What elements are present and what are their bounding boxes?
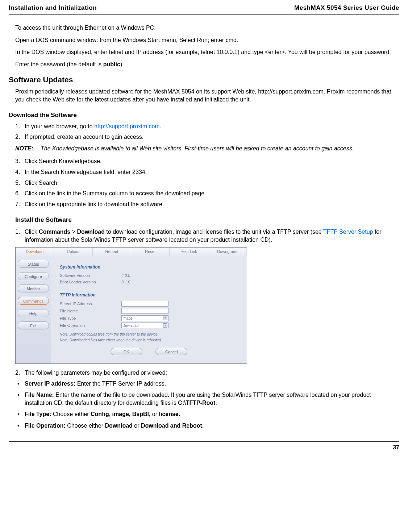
bullet-file-name-post: .	[215, 400, 217, 406]
value-boot-loader-version: 3.1.0	[121, 279, 130, 285]
bullet-file-op-download: Download	[105, 423, 132, 429]
bullet-file-type-license: license.	[159, 411, 180, 417]
bullet-file-type-mid: or	[150, 411, 159, 417]
install-s1-mid1: >	[70, 229, 77, 235]
sidebar-status[interactable]: Status	[18, 260, 49, 268]
heading-install-software: Install the Software	[15, 216, 393, 224]
install-s1-mid2: to download configuration, image and lic…	[105, 229, 323, 235]
bullet-server-ip-text: Enter the TFTP Server IP address.	[75, 381, 166, 387]
software-updates-para: Proxim periodically releases updated sof…	[15, 88, 393, 103]
download-step1-link[interactable]: http://support.proxim.com	[94, 123, 160, 129]
tab-reset[interactable]: Reset	[131, 248, 170, 256]
tab-upload[interactable]: Upload	[54, 248, 92, 256]
sidebar-monitor[interactable]: Monitor	[18, 284, 49, 292]
input-file-name[interactable]	[121, 308, 168, 314]
bullet-file-type-opts: Config, image, BspBl,	[91, 411, 150, 417]
heading-software-updates: Software Updates	[9, 75, 399, 84]
note-label: NOTE:	[15, 145, 41, 153]
tftp-download-screenshot: Download Upload Reboot Reset Help Link D…	[15, 247, 247, 364]
bullet-file-op-label: File Operation:	[25, 423, 66, 429]
cancel-button[interactable]: Cancel	[155, 348, 187, 355]
note-downloaded-reboot: Note: Downloaded files take effect when …	[60, 338, 238, 343]
page-number: 37	[9, 442, 399, 458]
download-step-3: Click Search Knowledgebase.	[15, 157, 393, 165]
intro-p4-pre: Enter the password (the default is	[15, 61, 103, 67]
select-file-operation[interactable]: Download ▾	[121, 323, 168, 328]
bullet-file-op-download-reboot: Download and Reboot.	[141, 423, 204, 429]
ok-button[interactable]: OK	[111, 348, 142, 355]
install-s1-b2: Download	[77, 229, 104, 235]
install-step-2: The following parameters may be configur…	[15, 369, 393, 377]
note-text: The Knowledgebase is available to all We…	[41, 145, 354, 153]
bullet-file-name: File Name: Enter the name of the file to…	[15, 391, 393, 407]
intro-p4: Enter the password (the default is publi…	[15, 61, 393, 68]
label-file-operation: File Operation	[60, 323, 121, 328]
bullet-server-ip: Server IP address: Enter the TFTP Server…	[15, 380, 393, 388]
sidebar-configure[interactable]: Configure	[18, 272, 49, 280]
download-step1-pre: In your web browser, go to	[25, 123, 94, 129]
bullet-file-name-path: C:\TFTP-Root	[178, 400, 215, 406]
intro-p1: To access the unit through Ethernet on a…	[15, 24, 393, 32]
intro-p2: Open a DOS command window: from the Wind…	[15, 36, 393, 44]
download-step-4: In the Search Knowledgebase field, enter…	[15, 168, 393, 176]
tab-help-link[interactable]: Help Link	[170, 248, 208, 256]
download-step-1: In your web browser, go to http://suppor…	[15, 122, 393, 130]
bullet-file-operation: File Operation: Choose either Download o…	[15, 422, 393, 430]
chevron-down-icon: ▾	[163, 323, 167, 328]
bullet-server-ip-label: Server IP address:	[25, 381, 75, 387]
label-boot-loader-version: Boot Loader Version	[60, 279, 121, 285]
tab-download[interactable]: Download	[16, 248, 54, 256]
select-file-type[interactable]: Image ▾	[121, 315, 168, 321]
install-s1-b1: Commands	[39, 229, 70, 235]
sidebar-commands[interactable]: Commands	[18, 297, 49, 305]
group-system-information: System Information	[60, 264, 238, 270]
install-s1-pre: Click	[25, 229, 39, 235]
sidebar-exit[interactable]: Exit	[18, 321, 49, 329]
group-tftp-information: TFTP Information	[60, 292, 238, 298]
note-download-copies: Note: Download copies files from the tft…	[60, 332, 238, 337]
label-server-ip: Server IP Address	[60, 301, 121, 307]
label-file-name: File Name	[60, 308, 121, 314]
download-step-2: If prompted, create an account to gain a…	[15, 133, 393, 141]
intro-p4-post: ).	[120, 61, 124, 67]
download-step-5: Click Search.	[15, 179, 393, 187]
bullet-file-op-pre: Choose either	[66, 423, 105, 429]
tab-downgrade[interactable]: Downgrade	[208, 248, 247, 256]
label-software-version: Software Version	[60, 273, 121, 278]
header-divider	[9, 14, 399, 15]
bullet-file-type-pre: Choose either	[51, 411, 91, 417]
heading-download-software: Download the Software	[9, 112, 399, 119]
install-s1-link[interactable]: TFTP Server Setup	[323, 229, 373, 235]
label-file-type: File Type	[60, 316, 121, 321]
download-step-7: Click on the appropriate link to downloa…	[15, 200, 393, 208]
download-step1-post: .	[160, 123, 161, 129]
bullet-file-name-label: File Name:	[25, 392, 54, 398]
select-file-operation-value: Download	[122, 323, 138, 328]
chevron-down-icon: ▾	[163, 316, 167, 320]
intro-p4-bold: public	[103, 61, 120, 67]
header-left: Installation and Initialization	[9, 4, 97, 12]
select-file-type-value: Image	[122, 316, 133, 321]
bullet-file-op-mid: or	[133, 423, 141, 429]
intro-p3: In the DOS window displayed, enter telne…	[15, 48, 393, 56]
tab-reboot[interactable]: Reboot	[93, 248, 131, 256]
value-software-version: 4.0.0	[121, 273, 130, 278]
header-right: MeshMAX 5054 Series User Guide	[294, 4, 399, 12]
bullet-file-type-label: File Type:	[25, 411, 51, 417]
input-server-ip[interactable]	[121, 301, 168, 307]
sidebar-help[interactable]: Help	[18, 309, 49, 317]
bullet-file-type: File Type: Choose either Config, image, …	[15, 410, 393, 418]
install-step-1: Click Commands > Download to download co…	[15, 228, 393, 244]
download-step-6: Click on the link in the Summary column …	[15, 190, 393, 198]
